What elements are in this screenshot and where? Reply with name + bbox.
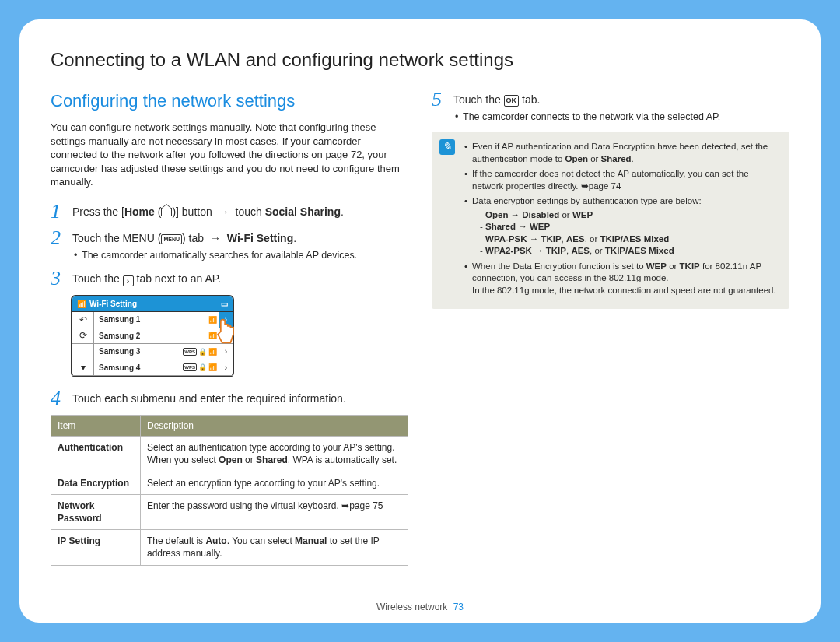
table-desc: Enter the password using the virtual key… (141, 494, 408, 529)
table-header: Description (141, 416, 408, 437)
footer-label: Wireless network (376, 602, 447, 612)
back-icon[interactable]: ↶ (72, 312, 94, 328)
page-footer: Wireless network 73 (19, 601, 821, 613)
step-body: Touch the › tab next to an AP. (72, 268, 408, 289)
ap-select-button[interactable]: › (219, 312, 233, 328)
wifi-screen-header: 📶 Wi-Fi Setting ▭ (72, 296, 233, 313)
right-column: 5 Touch the OK tab. The camcorder connec… (432, 89, 789, 565)
note-sublist: Open → Disabled or WEP Shared → WEP WPA-… (472, 209, 777, 258)
chevron-right-icon: › (123, 275, 134, 286)
note-icon: ✎ (439, 139, 455, 155)
wifi-row: ▾ Samsung 4 WPS 🔒 📶 › (72, 360, 233, 377)
ap-signal-icon: 📶 (207, 312, 219, 328)
table-row: IP Setting The default is Auto. You can … (51, 530, 408, 565)
note-item: Data encryption settings by authenticati… (464, 195, 777, 258)
ap-select-button[interactable]: › (219, 360, 233, 376)
settings-table: Item Description Authentication Select a… (51, 415, 408, 566)
battery-icon: ▭ (221, 299, 228, 310)
step-bullet: The camcorder connects to the network vi… (463, 111, 789, 124)
table-header-row: Item Description (51, 416, 408, 437)
step-number: 3 (51, 268, 65, 289)
lock-icon: 🔒 (198, 363, 207, 372)
left-column: Configuring the network settings You can… (51, 89, 408, 565)
step-body: Touch the OK tab. The camcorder connects… (453, 89, 789, 124)
wifi-icon: 📶 (77, 299, 86, 310)
wps-badge: WPS (183, 363, 197, 371)
table-row: Network Password Enter the password usin… (51, 494, 408, 529)
table-desc: The default is Auto. You can select Manu… (141, 530, 408, 565)
ap-select-button[interactable]: › (219, 328, 233, 344)
ap-name: Samsung 4 (94, 360, 181, 376)
step-body: Touch the MENU (MENU) tab → Wi-Fi Settin… (72, 228, 408, 262)
table-item: Data Encryption (51, 472, 141, 494)
home-icon (161, 208, 172, 216)
page-title: Connecting to a WLAN and configuring net… (51, 47, 789, 72)
table-desc: Select an encryption type according to y… (141, 472, 408, 494)
table-row: Data Encryption Select an encryption typ… (51, 472, 408, 494)
step-5: 5 Touch the OK tab. The camcorder connec… (432, 89, 789, 124)
step-2: 2 Touch the MENU (MENU) tab → Wi-Fi Sett… (51, 228, 408, 262)
lock-icon: 🔒 (198, 347, 207, 356)
page-ref-icon: ➥ (581, 181, 589, 191)
ap-name: Samsung 3 (94, 344, 181, 360)
ok-icon: OK (504, 95, 520, 106)
step-bullet: The camcorder automatically searches for… (82, 249, 408, 262)
note-item: Even if AP authentication and Data Encry… (464, 141, 777, 165)
step-number: 5 (432, 89, 446, 124)
step-body: Press the [Home ()] button → touch Socia… (72, 202, 408, 222)
section-title: Configuring the network settings (51, 89, 408, 113)
two-column-layout: Configuring the network settings You can… (51, 89, 789, 565)
manual-page: Connecting to a WLAN and configuring net… (19, 19, 821, 623)
wifi-row: ↶ Samsung 1 📶 › (72, 312, 233, 328)
note-item: When the Data Encryption function is set… (464, 261, 777, 297)
step-1: 1 Press the [Home ()] button → touch Soc… (51, 202, 408, 222)
table-item: IP Setting (51, 530, 141, 565)
step-4: 4 Touch each submenu and enter the requi… (51, 388, 408, 409)
intro-paragraph: You can configure network settings manua… (51, 121, 408, 189)
arrow-icon: → (210, 232, 221, 244)
table-header: Item (51, 416, 141, 437)
down-icon[interactable]: ▾ (72, 360, 94, 376)
step-number: 1 (51, 202, 65, 222)
table-desc: Select an authentication type according … (141, 437, 408, 472)
note-box: ✎ Even if AP authentication and Data Enc… (432, 132, 789, 309)
wifi-setting-screen: 📶 Wi-Fi Setting ▭ ↶ Samsung 1 📶 › ⟳ Sams… (71, 295, 234, 378)
step-body: Touch each submenu and enter the require… (72, 388, 408, 409)
page-ref-icon: ➥ (341, 500, 349, 511)
wps-badge: WPS (183, 348, 197, 356)
wifi-row: ⟳ Samsung 2 📶 › (72, 328, 233, 345)
ap-signal-icon: 📶 (207, 328, 219, 344)
ap-name: Samsung 2 (94, 328, 207, 344)
table-row: Authentication Select an authentication … (51, 437, 408, 472)
step-number: 4 (51, 388, 65, 409)
page-number: 73 (453, 602, 464, 612)
note-item: If the camcorder does not detect the AP … (464, 168, 777, 192)
step-3: 3 Touch the › tab next to an AP. (51, 268, 408, 289)
step-number: 2 (51, 228, 65, 262)
ap-name: Samsung 1 (94, 312, 207, 328)
table-item: Network Password (51, 494, 141, 529)
menu-icon: MENU (161, 234, 182, 244)
arrow-icon: → (219, 205, 229, 218)
refresh-icon[interactable]: ⟳ (72, 328, 94, 344)
ap-select-button[interactable]: › (219, 344, 233, 360)
wifi-row: Samsung 3 WPS 🔒 📶 › (72, 344, 233, 360)
table-item: Authentication (51, 437, 141, 472)
